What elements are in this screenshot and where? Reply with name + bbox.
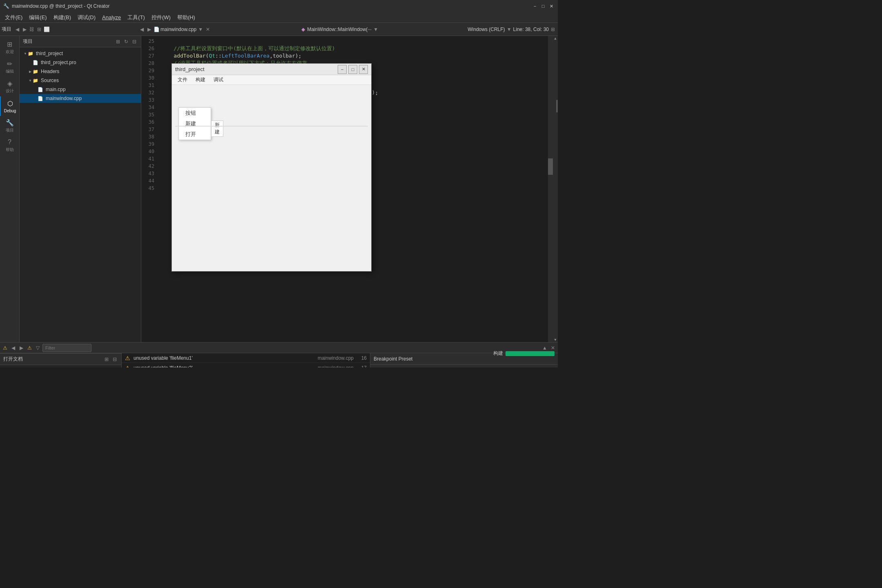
doc-item-main[interactable]: 📄 main.cpp <box>0 366 121 368</box>
toolbar-nav-next-tab[interactable]: ▶ <box>146 26 152 33</box>
qt-menu-debug[interactable]: 调试 <box>209 76 227 84</box>
tree-main-cpp[interactable]: 📄 main.cpp <box>20 85 141 94</box>
main-cpp-icon: 📄 <box>38 87 44 92</box>
menu-file[interactable]: 文件(E) <box>2 13 26 22</box>
menu-debug[interactable]: 调试(D) <box>74 13 99 22</box>
tree-pro-file[interactable]: 📄 third_project.pro <box>20 58 141 67</box>
menu-controls[interactable]: 控件(W) <box>148 13 174 22</box>
project-header-icons[interactable]: ⊞ ↻ ⊟ <box>115 38 138 45</box>
tree-headers[interactable]: ▶ 📁 Headers <box>20 67 141 76</box>
bp-table-header: gee Function File Line <box>370 365 558 368</box>
vertical-scrollbar[interactable]: ▲ ▼ <box>553 36 558 342</box>
line-numbers: 25 26 27 28 29 30 31 32 33 34 35 36 37 3… <box>141 36 158 342</box>
menu-build[interactable]: 构建(B) <box>50 13 74 22</box>
open-docs-add-icon[interactable]: ⊞ <box>103 356 110 363</box>
sources-arrow: ▼ <box>28 79 33 82</box>
issues-panel: ⚠ unused variable 'flieMenu1' mainwindow… <box>122 353 370 368</box>
tree-sources-label: Sources <box>41 78 59 83</box>
mainwindow-cpp-icon: 📄 <box>38 96 44 101</box>
window-title: mainwindow.cpp @ third_project - Qt Crea… <box>12 3 110 9</box>
toolbar-nav-forward[interactable]: ▶ <box>21 26 28 33</box>
sidebar-label-help: 帮助 <box>6 147 14 153</box>
sidebar-item-projects[interactable]: 🔧 项目 <box>0 116 20 136</box>
qt-close-btn[interactable]: ✕ <box>359 65 368 74</box>
qt-app-menu: 文件 构建 调试 <box>172 75 371 85</box>
toolbar-project-label: 项目 <box>2 26 11 33</box>
toolbar-func-name: MainWindow::MainWindow(··· <box>307 27 372 32</box>
toolbar-file-name: mainwindow.cpp <box>160 27 196 32</box>
toolbar-tab-close[interactable]: ✕ <box>205 26 211 33</box>
scroll-thumb <box>556 100 558 112</box>
tree-sources[interactable]: ▼ 📁 Sources <box>20 76 141 85</box>
menu-analyze[interactable]: Analyze <box>99 13 124 21</box>
open-docs-header-icons[interactable]: ⊞ ⊟ <box>103 356 118 363</box>
toolbar-tab-dropdown[interactable]: ▼ <box>197 26 204 33</box>
issue-row-1[interactable]: ⚠ unused variable 'flieMenu1' mainwindow… <box>122 353 370 363</box>
issues-filter-input[interactable] <box>42 344 91 352</box>
menu-help[interactable]: 帮助(H) <box>174 13 198 22</box>
minimap-thumb <box>548 158 553 175</box>
bp-col-gee: gee <box>370 367 395 368</box>
bottom-tabs-bar: ⚠ ◀ ▶ ⚠ ▽ ▲ ✕ <box>0 343 558 353</box>
sidebar-item-edit[interactable]: ✏ 编辑 <box>0 57 20 77</box>
toolbar-func-dropdown[interactable]: ▼ <box>372 26 379 33</box>
menu-bar: 文件(E) 编辑(E) 构建(B) 调试(D) Analyze 工具(T) 控件… <box>0 12 558 23</box>
sidebar-item-debug[interactable]: ⬡ Debug <box>0 96 20 116</box>
toolbar-link[interactable]: ⛓ <box>29 26 35 33</box>
project-filter-icon[interactable]: ⊞ <box>115 38 121 45</box>
minimize-button[interactable]: − <box>532 3 538 9</box>
qt-menu-file[interactable]: 文件 <box>174 76 192 84</box>
main-toolbar: 项目 ◀ ▶ ⛓ ⊞ ⬜ ◀ ▶ 📄 mainwindow.cpp ▼ ✕ ◆ … <box>0 23 558 36</box>
sidebar-item-welcome[interactable]: ⊞ 欢迎 <box>0 38 20 57</box>
tree-pro-label: third_project.pro <box>41 60 76 65</box>
project-tree: ▼ 📁 third_project 📄 third_project.pro ▶ … <box>20 47 141 342</box>
open-docs-list: 📄 main.cpp 📄 mainwindow.cpp <box>0 365 121 368</box>
tree-mainwindow-cpp[interactable]: 📄 mainwindow.cpp <box>20 94 141 103</box>
headers-folder-icon: 📁 <box>33 69 39 74</box>
build-indicator: 构建 <box>493 350 555 357</box>
qt-button-dropdown: 按钮 新建 打开 <box>178 107 211 140</box>
qt-minimize-btn[interactable]: − <box>338 65 347 74</box>
qt-btn-open[interactable]: 打开 <box>179 129 211 140</box>
toolbar-add-split[interactable]: ⊞ <box>550 26 556 33</box>
qt-app-window: third_project − □ ✕ 文件 构建 调试 按钮 新建 打开 新建 <box>172 63 372 272</box>
design-icon: ◈ <box>6 79 14 87</box>
issue-line-2: 17 <box>357 365 367 368</box>
issue-line-1: 16 <box>357 355 367 361</box>
menu-tools[interactable]: 工具(T) <box>124 13 148 22</box>
sidebar-item-help[interactable]: ? 帮助 <box>0 136 20 155</box>
scroll-up-btn[interactable]: ▲ <box>554 36 557 41</box>
qt-main-area <box>175 126 368 127</box>
sidebar-item-design[interactable]: ◈ 设计 <box>0 77 20 96</box>
open-docs-header: 打开文档 ⊞ ⊟ <box>0 354 121 365</box>
qt-menu-build[interactable]: 构建 <box>192 76 209 84</box>
toolbar-split[interactable]: ⬜ <box>43 26 50 33</box>
qt-btn-new[interactable]: 新建 <box>179 118 211 129</box>
issues-warn-icon: ⚠ <box>26 345 33 351</box>
toolbar-nav-back[interactable]: ◀ <box>14 26 20 33</box>
project-sync-icon[interactable]: ↻ <box>123 38 129 45</box>
issues-filter-btn[interactable]: ▽ <box>34 345 41 351</box>
issues-filter-icon[interactable]: ◀ <box>10 345 16 351</box>
toolbar-nav-prev-tab[interactable]: ◀ <box>138 26 145 33</box>
bottom-area: ⚠ ◀ ▶ ⚠ ▽ ▲ ✕ 打开文档 ⊞ ⊟ 📄 main.c <box>0 342 558 368</box>
scroll-down-btn[interactable]: ▼ <box>554 337 557 342</box>
qt-maximize-btn[interactable]: □ <box>348 65 357 74</box>
sidebar-label-edit: 编辑 <box>6 69 14 74</box>
issue-row-2[interactable]: ⚠ unused variable 'flieMenu2' mainwindow… <box>122 363 370 368</box>
maximize-button[interactable]: □ <box>540 3 546 9</box>
headers-arrow: ▶ <box>28 70 33 74</box>
toolbar-position: Line: 38, Col: 30 <box>513 27 549 32</box>
qt-app-title-buttons[interactable]: − □ ✕ <box>338 65 368 74</box>
open-docs-collapse-icon[interactable]: ⊟ <box>111 356 118 363</box>
project-collapse-icon[interactable]: ⊟ <box>131 38 138 45</box>
tree-root[interactable]: ▼ 📁 third_project <box>20 49 141 58</box>
title-bar-controls[interactable]: − □ ✕ <box>532 3 555 9</box>
toolbar-split-add[interactable]: ⊞ <box>36 26 42 33</box>
close-button[interactable]: ✕ <box>548 3 555 9</box>
toolbar-encoding-dropdown[interactable]: ▼ <box>506 26 512 33</box>
sources-folder-icon: 📁 <box>33 78 39 83</box>
menu-edit[interactable]: 编辑(E) <box>26 13 50 22</box>
qt-submenu-new[interactable]: 新建 <box>211 120 223 137</box>
issues-nav-next[interactable]: ▶ <box>18 345 24 351</box>
